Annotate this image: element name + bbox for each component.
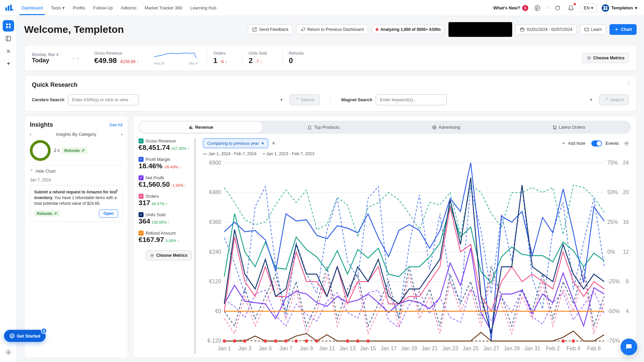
facebook-icon[interactable]	[533, 4, 542, 12]
choose-metrics-button[interactable]: Choose Metrics	[582, 53, 629, 63]
whats-new[interactable]: What's New?5	[493, 5, 528, 11]
metric-item[interactable]: ✓Orders 31799.37% ↑	[139, 194, 192, 207]
nav-tabs: Dashboard Tools▾ Profits Follow-Up Adtom…	[21, 1, 216, 15]
spark-start: Feb 26	[154, 62, 164, 65]
metric-item[interactable]: ✓Profit Margin 18.46%-20.43% ↓	[139, 157, 192, 170]
chevron-down-icon[interactable]: ▾	[280, 97, 283, 102]
avatar	[602, 4, 609, 12]
sidebar-dashboard[interactable]	[3, 20, 14, 32]
close-icon[interactable]: ✕	[115, 188, 119, 193]
tab-advertising[interactable]: Advertising	[385, 122, 507, 133]
metric-item[interactable]: ✓Net Profit €1,560.50-1.55% ↓	[139, 175, 192, 188]
send-feedback-button[interactable]: Send Feedback	[248, 24, 293, 35]
magnet-search-button[interactable]: Search	[599, 94, 629, 105]
nav-tab-learning-hub[interactable]: Learning Hub	[190, 1, 216, 15]
revenue-card: Revenue Top Products Advertising Latest …	[133, 116, 637, 358]
metric-item[interactable]: ✓Refund Amount €167.973.30% ↑	[139, 231, 192, 244]
hide-chart-toggle[interactable]: ⌃Hide Chart	[30, 165, 122, 174]
svg-rect-17	[190, 126, 191, 129]
sparkle-icon[interactable]	[553, 4, 562, 12]
svg-text:Jan 29: Jan 29	[504, 345, 520, 352]
nav-tab-market-tracker[interactable]: Market Tracker 360	[145, 1, 182, 15]
metric-label: Gross Revenue	[94, 51, 139, 56]
gear-icon[interactable]	[622, 139, 631, 148]
cerebro-search-button[interactable]: Search	[289, 94, 319, 105]
get-started-button[interactable]: Get Started 4	[4, 330, 46, 342]
quick-research-card: ⋮ Quick Research Cerebro Search ▾ Search…	[24, 75, 637, 112]
today-card: Monday, Mar 4 Today ‹ › Gross Revenue €4…	[24, 45, 637, 71]
sidebar-tools[interactable]	[3, 46, 14, 57]
metric-item[interactable]: ✓Gross Revenue €8,451.74107.35% ↑	[139, 138, 192, 152]
svg-text:Jan 21: Jan 21	[422, 345, 438, 352]
events-toggle[interactable]	[591, 140, 602, 146]
sidebar-ai[interactable]	[3, 58, 14, 70]
app-logo[interactable]	[5, 4, 13, 12]
svg-text:Jan 19: Jan 19	[401, 345, 417, 352]
svg-text:€240: €240	[209, 248, 221, 255]
tab-revenue[interactable]: Revenue	[140, 122, 262, 133]
svg-point-19	[432, 125, 436, 129]
tab-top-products[interactable]: Top Products	[262, 122, 385, 133]
see-all-link[interactable]: See All	[109, 123, 122, 127]
insight-text: Submit a refund request to Amazon for lo…	[34, 189, 118, 206]
compare-close[interactable]: ✕	[272, 141, 275, 146]
choose-metrics-button[interactable]: Choose Metrics	[146, 250, 192, 260]
refunds-tag[interactable]: Refunds↗	[34, 210, 60, 217]
language-selector[interactable]: EN▾	[580, 3, 597, 12]
metric-item[interactable]: ✓Units Sold 364100.00% ↑	[139, 212, 192, 225]
svg-text:Jan 15: Jan 15	[360, 345, 376, 352]
svg-text:0%: 0%	[607, 248, 615, 255]
page-header: Welcome, Templeton Send Feedback Return …	[24, 22, 637, 37]
open-button[interactable]: Open	[99, 209, 118, 218]
next-day-button[interactable]: ›	[77, 56, 79, 61]
sidebar-layout[interactable]	[3, 33, 14, 44]
nav-tab-tools[interactable]: Tools▾	[51, 1, 65, 15]
insights-next[interactable]: ›	[121, 132, 122, 137]
svg-point-77	[294, 339, 298, 343]
svg-point-75	[274, 339, 277, 343]
insights-card: Insights See All ‹Insights By Category› …	[24, 116, 128, 358]
tab-latest-orders[interactable]: Latest Orders	[507, 122, 630, 133]
return-previous-button[interactable]: Return to Previous Dashboard	[296, 24, 368, 35]
cerebro-input[interactable]	[68, 94, 139, 105]
svg-text:Jan 25: Jan 25	[463, 345, 479, 352]
metric-label: Refunds	[289, 51, 304, 56]
more-menu[interactable]: ⋮	[627, 80, 631, 85]
svg-rect-8	[6, 26, 8, 28]
user-menu[interactable]: Templeton▾	[602, 4, 637, 12]
metric-delta: -€155.89 ↓	[119, 59, 139, 64]
chat-fab[interactable]	[621, 339, 637, 355]
nav-tab-followup[interactable]: Follow-Up	[93, 1, 113, 15]
learn-button[interactable]: Learn	[580, 24, 606, 35]
svg-text:Jan 3: Jan 3	[238, 345, 252, 352]
chevron-down-icon[interactable]: ▾	[590, 97, 592, 102]
svg-point-20	[433, 126, 435, 128]
svg-point-22	[555, 128, 556, 129]
svg-text:Jan 1: Jan 1	[218, 345, 231, 352]
svg-text:-25%: -25%	[607, 278, 620, 285]
svg-text:16: 16	[623, 219, 629, 226]
svg-point-76	[284, 339, 288, 343]
status-dot-icon	[376, 28, 378, 31]
prev-day-button[interactable]: ‹	[72, 56, 74, 61]
magnet-input[interactable]	[376, 94, 447, 105]
nav-tab-dashboard[interactable]: Dashboard	[21, 1, 43, 15]
page-title: Welcome, Templeton	[24, 24, 124, 35]
svg-rect-16	[189, 127, 190, 129]
compare-select[interactable]: Comparing to previous year▾	[203, 138, 268, 148]
svg-point-23	[152, 255, 153, 256]
insights-prev[interactable]: ‹	[30, 132, 31, 137]
svg-text:12: 12	[623, 248, 629, 255]
refunds-tag[interactable]: Refunds↗	[62, 147, 87, 154]
bell-icon[interactable]	[567, 4, 575, 12]
sidebar-settings[interactable]	[3, 347, 14, 358]
date-range-picker[interactable]: 01/01/2024 - 02/07/2024	[516, 24, 577, 35]
magnet-label: Magnet Search	[341, 97, 372, 102]
nav-tab-adtomic[interactable]: Adtomic	[121, 1, 137, 15]
chart-button[interactable]: ＋Chart	[609, 24, 637, 35]
top-nav: Dashboard Tools▾ Profits Follow-Up Adtom…	[0, 0, 644, 16]
nav-tab-profits[interactable]: Profits	[73, 1, 85, 15]
add-note-button[interactable]: ＋Add Note	[559, 139, 588, 147]
period-current: Jan 1, 2024 - Feb 7, 2024	[203, 152, 257, 156]
svg-text:Feb 2: Feb 2	[546, 345, 560, 352]
